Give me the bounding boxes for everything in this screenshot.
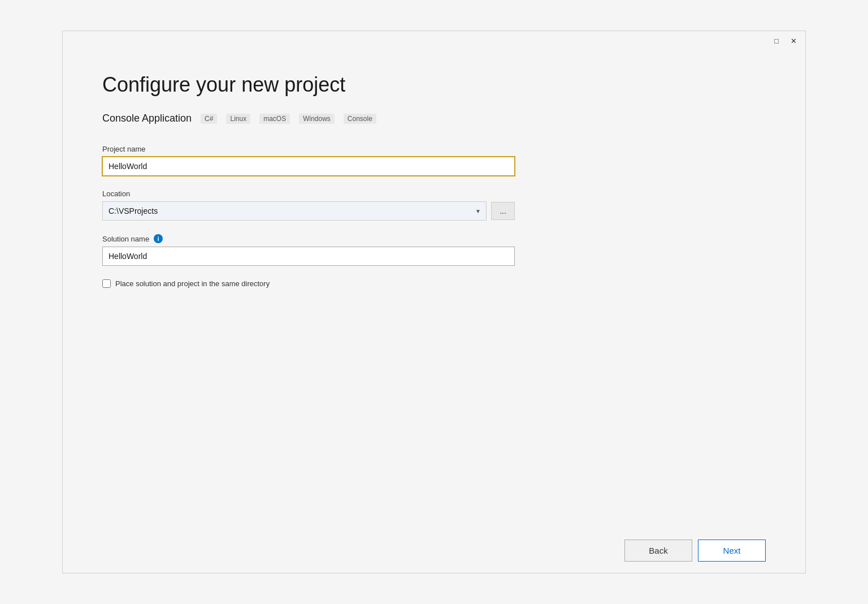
form-section: Project name Location C:\VSProjects ▼ ..…: [102, 145, 515, 288]
location-group: Location C:\VSProjects ▼ ...: [102, 189, 515, 221]
location-row: C:\VSProjects ▼ ...: [102, 201, 515, 221]
close-button[interactable]: [788, 36, 798, 46]
tag-macos: macOS: [259, 114, 290, 124]
location-label: Location: [102, 189, 515, 198]
project-type-row: Console Application C# Linux macOS Windo…: [102, 113, 766, 124]
solution-name-label-row: Solution name i: [102, 234, 515, 243]
tag-csharp: C#: [201, 114, 217, 124]
same-directory-checkbox[interactable]: [102, 279, 111, 288]
browse-button[interactable]: ...: [491, 202, 515, 220]
title-bar: [63, 31, 805, 50]
content-area: Configure your new project Console Appli…: [63, 50, 805, 570]
project-name-group: Project name: [102, 145, 515, 176]
project-type-name: Console Application: [102, 113, 192, 124]
info-icon: i: [154, 234, 163, 243]
project-name-input[interactable]: [102, 157, 515, 176]
main-window: Configure your new project Console Appli…: [62, 31, 806, 573]
back-button[interactable]: Back: [624, 540, 692, 562]
solution-name-label: Solution name: [102, 235, 149, 243]
tag-console: Console: [344, 114, 376, 124]
maximize-button[interactable]: [771, 36, 782, 46]
tag-linux: Linux: [226, 114, 250, 124]
same-directory-row: Place solution and project in the same d…: [102, 279, 515, 288]
solution-name-group: Solution name i: [102, 234, 515, 266]
location-select-wrapper: C:\VSProjects ▼: [102, 201, 487, 221]
location-select[interactable]: C:\VSProjects: [102, 201, 487, 221]
same-directory-label: Place solution and project in the same d…: [115, 279, 270, 288]
project-name-label: Project name: [102, 145, 515, 153]
page-title: Configure your new project: [102, 73, 766, 97]
footer: Back Next: [63, 528, 805, 573]
next-button[interactable]: Next: [698, 540, 766, 562]
solution-name-input[interactable]: [102, 247, 515, 266]
tag-windows: Windows: [299, 114, 335, 124]
